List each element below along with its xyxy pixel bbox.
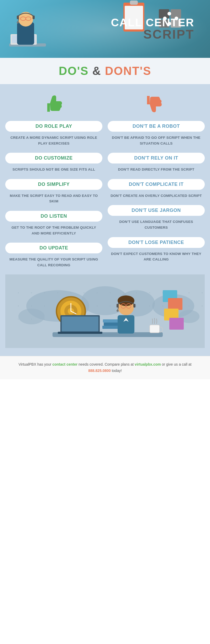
svg-rect-17	[33, 16, 35, 19]
svg-point-82	[117, 310, 119, 312]
do-update-body: MEASURE THE QUALITY OF YOUR SCRIPT USING…	[5, 257, 102, 268]
thumbs-down-icon	[143, 92, 167, 116]
header-title: CALL CENTER SCRIPT	[111, 17, 194, 41]
do-simplify-block: DO SIMPLIFY MAKE THE SCRIPT EASY TO READ…	[5, 179, 102, 204]
footer-text-end: today!	[111, 369, 122, 373]
dont-patience-heading: DON'T LOSE PATIENCE	[108, 237, 205, 248]
dont-jargon-heading: DON'T USE JARGON	[108, 205, 205, 216]
amp-text: &	[89, 64, 105, 77]
footer-text-middle: needs covered. Compare plans at	[77, 362, 135, 366]
do-role-play-body: CREATE A MORE DYNAMIC SCRIPT USING ROLE …	[5, 135, 102, 146]
bottom-agent-area	[5, 274, 205, 348]
two-col-layout: DO ROLE PLAY CREATE A MORE DYNAMIC SCRIP…	[5, 121, 205, 274]
footer-text-before-phone: or give us a call at	[161, 362, 192, 366]
dont-jargon-body: DON'T USE LANGUAGE THAT CONFUSES CUSTOME…	[108, 219, 205, 230]
dont-rely-heading: DON'T RELY ON IT	[108, 153, 205, 163]
dont-jargon-block: DON'T USE JARGON DON'T USE LANGUAGE THAT…	[108, 205, 205, 230]
section-title: DO'S & DONT'S	[0, 58, 210, 84]
footer: VirtualPBX has your contact center needs…	[0, 356, 210, 379]
do-simplify-heading: DO SIMPLIFY	[5, 179, 102, 190]
contact-center-link[interactable]: contact center	[52, 362, 77, 366]
dont-patience-block: DON'T LOSE PATIENCE DON'T EXPECT CUSTOME…	[108, 237, 205, 262]
dos-column: DO ROLE PLAY CREATE A MORE DYNAMIC SCRIP…	[5, 121, 102, 274]
dont-complicate-body: DON'T CREATE AN OVERLY COMPLICATED SCRIP…	[108, 193, 205, 199]
header-title-line1: CALL CENTER	[111, 17, 194, 28]
do-listen-body: GET TO THE ROOT OF THE PROBLEM QUICKLY A…	[5, 225, 102, 236]
do-listen-block: DO LISTEN GET TO THE ROOT OF THE PROBLEM…	[5, 211, 102, 236]
svg-rect-69	[62, 316, 98, 331]
dont-robot-heading: DON'T BE A ROBOT	[108, 121, 205, 132]
svg-rect-80	[133, 304, 135, 308]
svg-rect-89	[150, 325, 160, 333]
do-simplify-body: MAKE THE SCRIPT EASY TO READ AND EASY TO…	[5, 193, 102, 204]
do-listen-heading: DO LISTEN	[5, 211, 102, 222]
do-update-heading: DO UPDATE	[5, 243, 102, 253]
icons-row	[5, 92, 205, 116]
dont-patience-body: DON'T EXPECT CUSTOMERS TO KNOW WHY THEY …	[108, 251, 205, 262]
dont-complicate-heading: DON'T COMPLICATE IT	[108, 179, 205, 190]
footer-text-before-link1: VirtualPBX has your	[19, 362, 52, 366]
do-update-block: DO UPDATE MEASURE THE QUALITY OF YOUR SC…	[5, 243, 102, 268]
dont-robot-block: DON'T BE A ROBOT DON'T BE AFRAID TO GO O…	[108, 121, 205, 146]
dont-complicate-block: DON'T COMPLICATE IT DON'T CREATE AN OVER…	[108, 179, 205, 199]
svg-rect-70	[58, 332, 102, 334]
clipboard-clip	[130, 1, 138, 5]
svg-point-19	[17, 21, 19, 23]
svg-point-75	[118, 295, 134, 306]
do-customize-body: SCRIPTS SHOULD NOT BE ONE SIZE FITS ALL	[5, 167, 102, 172]
dos-text: DO'S	[59, 64, 89, 77]
main-content: DO ROLE PLAY CREATE A MORE DYNAMIC SCRIP…	[0, 84, 210, 356]
do-customize-heading: DO CUSTOMIZE	[5, 153, 102, 163]
svg-rect-79	[117, 304, 119, 308]
do-role-play-block: DO ROLE PLAY CREATE A MORE DYNAMIC SCRIP…	[5, 121, 102, 146]
header: CALL CENTER SCRIPT	[0, 0, 210, 58]
bottom-illustration	[5, 274, 205, 348]
dont-rely-body: DON'T READ DIRECTLY FROM THE SCRIPT	[108, 167, 205, 172]
svg-point-4	[167, 12, 171, 16]
svg-rect-16	[17, 16, 19, 19]
header-agent	[8, 8, 50, 58]
donts-column: DON'T BE A ROBOT DON'T BE AFRAID TO GO O…	[108, 121, 205, 274]
dont-robot-body: DON'T BE AFRAID TO GO OFF SCRIPT WHEN TH…	[108, 135, 205, 146]
website-link[interactable]: virtualpbx.com	[135, 362, 161, 366]
do-role-play-heading: DO ROLE PLAY	[5, 121, 102, 132]
thumbs-up-icon	[43, 92, 67, 116]
donts-text: DONT'S	[105, 64, 151, 77]
do-customize-block: DO CUSTOMIZE SCRIPTS SHOULD NOT BE ONE S…	[5, 153, 102, 172]
dont-rely-block: DON'T RELY ON IT DON'T READ DIRECTLY FRO…	[108, 153, 205, 172]
footer-link1[interactable]: contact center	[52, 362, 77, 366]
svg-rect-86	[168, 298, 182, 310]
footer-phone: 888.825.0800	[88, 369, 111, 373]
svg-rect-88	[169, 318, 184, 330]
header-title-line2: SCRIPT	[111, 28, 194, 41]
